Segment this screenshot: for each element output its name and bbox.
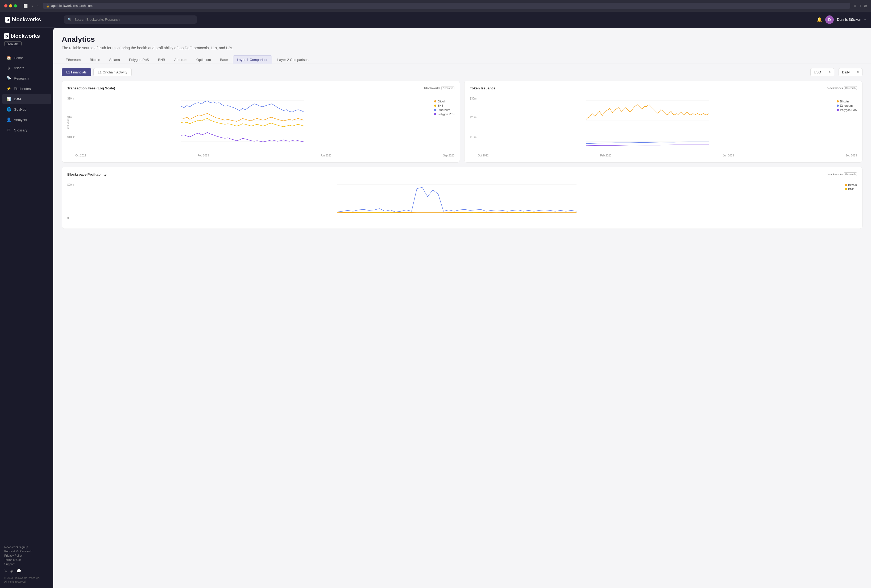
data-icon: 📊 [6,97,11,101]
tab-layer1-comparison[interactable]: Layer-1 Comparison [233,55,272,64]
search-placeholder: Search Blockworks Research [75,18,120,22]
sidebar-logo-icon: b [4,33,9,39]
tab-ethereum[interactable]: Ethereum [62,55,85,64]
sidebar-footer: Newsletter Signup Podcast: 0xResearch Pr… [0,541,53,588]
sidebar-item-research[interactable]: 📡 Research [2,73,51,83]
transaction-fees-legend: Bitcoin BNB Ethereum Polygon PoS [434,100,454,116]
chart-header-2: Token Issuance 𝗯lockworks Research [470,86,857,91]
user-avatar: D [825,15,834,24]
address-bar[interactable]: 🔒 app.blockworksresearch.com [43,3,850,9]
footer-support[interactable]: Support [4,563,49,566]
tab-solana[interactable]: Solana [105,55,124,64]
close-button[interactable] [4,4,7,7]
sidebar: b blockworks Research 🏠 Home $ Assets 📡 … [0,28,53,588]
discord-icon[interactable]: ◈ [10,569,13,573]
assets-icon: $ [6,66,11,70]
sidebar-logo-text: b blockworks [4,33,49,39]
charts-grid: Transaction Fees (Log Scale) 𝗯lockworks … [53,81,871,167]
footer-links: Newsletter Signup Podcast: 0xResearch Pr… [4,545,49,566]
fullscreen-button[interactable] [14,4,17,7]
windows-icon[interactable]: ⧉ [864,4,867,8]
govhub-icon: 🌐 [6,107,11,112]
y-label-100k: $100k [67,136,75,139]
browser-actions: ⬆ + ⧉ [853,4,867,8]
glossary-icon: ⚙ [6,128,11,133]
tab-l1-financials[interactable]: L1 Financials [62,68,91,76]
minimize-button[interactable] [9,4,12,7]
analysts-icon: 👤 [6,117,11,122]
blockworks-logo-small: 𝗯lockworks Research [424,86,454,90]
tab-base[interactable]: Base [216,55,232,64]
interval-dropdown[interactable]: Daily ⇅ [838,68,862,76]
blockspace-profitability-chart: Blockspace Profitability 𝗯lockworks Rese… [62,167,862,229]
search-icon: 🔍 [67,18,72,22]
legend-bitcoin-2: Bitcoin [837,100,857,103]
ethereum-dot [434,109,436,111]
footer-podcast[interactable]: Podcast: 0xResearch [4,550,49,553]
user-name[interactable]: Dennis Stücken [837,18,861,22]
header-search: 🔍 Search Blockworks Research [64,15,811,24]
blockspace-svg [76,181,837,218]
logo-text: blockworks [12,16,41,22]
tab-bnb[interactable]: BNB [154,55,169,64]
token-issuance-chart: Token Issuance 𝗯lockworks Research $30m … [464,81,862,163]
legend-polygon-2: Polygon PoS [837,108,857,111]
y-label-30m: $30m [470,97,476,100]
chat-icon[interactable]: 💬 [16,569,21,573]
search-box[interactable]: 🔍 Search Blockworks Research [64,15,197,24]
tab-layer2-comparison[interactable]: Layer-2 Comparison [273,55,313,64]
tab-l1-onchain[interactable]: L1 Onchain Activity [93,68,132,76]
sidebar-item-analysts[interactable]: 👤 Analysts [2,115,51,125]
notifications-icon[interactable]: 🔔 [817,17,822,22]
footer-privacy[interactable]: Privacy Policy [4,554,49,557]
currency-dropdown[interactable]: USD ⇅ [810,68,834,76]
sidebar-item-research-label: Research [14,76,29,80]
tab-arbitrum[interactable]: Arbitrum [170,55,191,64]
research-badge: Research [4,41,21,46]
sidebar-item-data[interactable]: 📊 Data [2,94,51,104]
footer-newsletter[interactable]: Newsletter Signup [4,545,49,549]
user-menu-chevron[interactable]: ▾ [864,18,866,21]
bitcoin-dot [434,100,436,102]
forward-button[interactable]: › [36,3,39,9]
token-issuance-title: Token Issuance [470,86,495,90]
log-scale-label: Log Scale [66,118,69,129]
sidebar-item-assets[interactable]: $ Assets [2,63,51,73]
bitcoin-dot-2 [837,100,839,102]
tab-icon: ⬜ [22,3,29,9]
sidebar-item-govhub[interactable]: 🌐 GovHub [2,104,51,114]
legend-bitcoin-3: Bitcoin [845,183,857,187]
legend-ethereum: Ethereum [434,108,454,111]
footer-terms[interactable]: Terms of Use [4,558,49,561]
y-label-20m-3: $20m [67,183,74,186]
currency-chevron: ⇅ [829,71,831,74]
sidebar-item-home-label: Home [14,56,23,60]
tab-optimism[interactable]: Optimism [192,55,215,64]
sidebar-item-home[interactable]: 🏠 Home [2,53,51,63]
sidebar-item-glossary-label: Glossary [14,128,27,132]
y-label-20m: $20m [470,116,476,119]
tab-polygon[interactable]: Polygon PoS [125,55,153,64]
legend-bnb: BNB [434,104,454,107]
sidebar-item-flashnotes[interactable]: ⚡ Flashnotes [2,84,51,94]
sidebar-logo: b blockworks Research [0,28,53,50]
ethereum-dot-2 [837,105,839,107]
blockworks-logo-small-2: 𝗯lockworks Research [826,86,857,90]
browser-chrome: ⬜ ‹ › 🔒 app.blockworksresearch.com ⬆ + ⧉ [0,0,871,12]
twitter-icon[interactable]: 𝕏 [4,569,7,573]
back-button[interactable]: ‹ [31,3,34,9]
chart-header: Transaction Fees (Log Scale) 𝗯lockworks … [67,86,454,91]
copyright-text: © 2023 Blockworks Research.All rights re… [4,576,49,584]
transaction-fees-x-labels: Oct 2022 Feb 2023 Jun 2023 Sep 2023 [67,153,454,157]
transaction-fees-chart-area: Log Scale $10m $1m $100k [67,94,454,153]
token-issuance-x-labels: Oct 2022 Feb 2023 Jun 2023 Sep 2023 [470,153,857,157]
tab-bitcoin[interactable]: Bitcoin [86,55,104,64]
y-label-1m: $1m [67,116,72,119]
sidebar-item-glossary[interactable]: ⚙ Glossary [2,125,51,135]
page-subtitle: The reliable source of truth for monitor… [62,46,862,50]
y-label-10m: $10m [67,97,74,100]
interval-selected: Daily [842,70,850,74]
traffic-lights [4,4,17,7]
share-icon[interactable]: ⬆ [853,4,857,8]
new-tab-icon[interactable]: + [859,4,861,8]
